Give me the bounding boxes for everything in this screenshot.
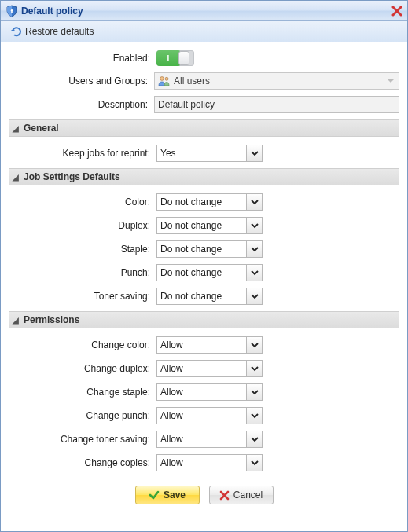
- punch-value: Do not change: [160, 267, 222, 278]
- duplex-label: Duplex:: [9, 220, 156, 231]
- close-icon[interactable]: [391, 6, 402, 17]
- row-color: Color: Do not change: [9, 193, 399, 211]
- color-select[interactable]: Do not change: [156, 193, 263, 211]
- change-duplex-label: Change duplex:: [9, 363, 156, 374]
- section-permissions-header[interactable]: ◢ Permissions: [9, 311, 399, 328]
- chevron-down-icon: [246, 288, 262, 304]
- chevron-down-icon: [246, 241, 262, 257]
- section-job-defaults-header[interactable]: ◢ Job Settings Defaults: [9, 168, 399, 185]
- save-label: Save: [164, 490, 186, 501]
- change-duplex-select[interactable]: Allow: [156, 360, 263, 377]
- keep-jobs-value: Yes: [160, 148, 176, 159]
- chevron-down-icon: [246, 455, 262, 471]
- keep-jobs-label: Keep jobs for reprint:: [9, 148, 156, 159]
- x-icon: [219, 490, 230, 501]
- toggle-on-indicator: I: [156, 50, 180, 66]
- chevron-down-icon: [384, 75, 397, 87]
- row-change-toner: Change toner saving: Allow: [9, 431, 399, 448]
- row-change-duplex: Change duplex: Allow: [9, 360, 399, 377]
- restore-defaults-label: Restore defaults: [25, 26, 94, 37]
- change-toner-select[interactable]: Allow: [156, 431, 263, 448]
- toner-select[interactable]: Do not change: [156, 288, 263, 305]
- restore-defaults-icon: [9, 25, 22, 38]
- svg-point-2: [160, 77, 164, 81]
- row-change-punch: Change punch: Allow: [9, 407, 399, 424]
- change-punch-select[interactable]: Allow: [156, 407, 263, 424]
- users-icon: [158, 75, 171, 86]
- row-users-groups: Users and Groups: All users: [9, 72, 399, 90]
- form-area: Enabled: I Users and Groups: All: [1, 42, 407, 511]
- description-value: Default policy: [158, 99, 215, 110]
- staple-label: Staple:: [9, 244, 156, 255]
- staple-select[interactable]: Do not change: [156, 240, 263, 258]
- chevron-down-icon: [246, 145, 262, 161]
- chevron-down-icon: [246, 384, 262, 400]
- color-value: Do not change: [160, 196, 222, 207]
- change-staple-value: Allow: [160, 387, 183, 398]
- keep-jobs-select[interactable]: Yes: [156, 145, 263, 162]
- enabled-label: Enabled:: [9, 53, 156, 64]
- users-groups-field[interactable]: All users: [154, 72, 399, 90]
- row-change-staple: Change staple: Allow: [9, 383, 399, 401]
- row-duplex: Duplex: Do not change: [9, 217, 399, 234]
- svg-point-3: [165, 77, 168, 80]
- description-label: Description:: [9, 99, 154, 110]
- change-staple-select[interactable]: Allow: [156, 383, 263, 401]
- save-button[interactable]: Save: [135, 486, 200, 504]
- change-toner-value: Allow: [160, 434, 183, 445]
- users-groups-value: All users: [174, 75, 210, 86]
- staple-value: Do not change: [160, 244, 222, 255]
- change-toner-label: Change toner saving:: [9, 434, 156, 445]
- row-keep-jobs: Keep jobs for reprint: Yes: [9, 145, 399, 162]
- color-label: Color:: [9, 196, 156, 207]
- button-bar: Save Cancel: [9, 478, 399, 504]
- change-copies-value: Allow: [160, 457, 183, 468]
- change-staple-label: Change staple:: [9, 387, 156, 398]
- punch-select[interactable]: Do not change: [156, 264, 263, 281]
- section-general-header[interactable]: ◢ General: [9, 119, 399, 137]
- titlebar: Default policy: [1, 1, 407, 21]
- chevron-down-icon: [246, 194, 262, 210]
- section-job-defaults-title: Job Settings Defaults: [24, 171, 120, 182]
- chevron-down-icon: [246, 361, 262, 376]
- row-toner: Toner saving: Do not change: [9, 288, 399, 305]
- change-punch-label: Change punch:: [9, 410, 156, 421]
- row-description: Description: Default policy: [9, 96, 399, 113]
- toggle-knob: [178, 51, 189, 65]
- restore-defaults-button[interactable]: Restore defaults: [6, 23, 97, 40]
- change-punch-value: Allow: [160, 410, 183, 421]
- change-color-label: Change color:: [9, 339, 156, 350]
- change-color-value: Allow: [160, 339, 183, 350]
- toner-label: Toner saving:: [9, 291, 156, 302]
- collapse-icon: ◢: [13, 124, 19, 133]
- shield-icon: [6, 5, 18, 17]
- users-groups-label: Users and Groups:: [9, 75, 154, 86]
- row-enabled: Enabled: I: [9, 50, 399, 66]
- enabled-toggle[interactable]: I: [156, 50, 194, 66]
- change-duplex-value: Allow: [160, 363, 183, 374]
- check-icon: [149, 490, 160, 501]
- punch-label: Punch:: [9, 267, 156, 278]
- chevron-down-icon: [246, 408, 262, 424]
- cancel-button[interactable]: Cancel: [209, 486, 274, 504]
- duplex-select[interactable]: Do not change: [156, 217, 263, 234]
- row-punch: Punch: Do not change: [9, 264, 399, 281]
- row-staple: Staple: Do not change: [9, 240, 399, 258]
- toner-value: Do not change: [160, 291, 222, 302]
- section-permissions-title: Permissions: [24, 314, 79, 325]
- row-change-color: Change color: Allow: [9, 336, 399, 354]
- change-copies-label: Change copies:: [9, 457, 156, 468]
- section-general-title: General: [24, 123, 59, 134]
- chevron-down-icon: [246, 431, 262, 447]
- change-color-select[interactable]: Allow: [156, 336, 263, 354]
- chevron-down-icon: [246, 265, 262, 281]
- chevron-down-icon: [246, 218, 262, 233]
- duplex-value: Do not change: [160, 220, 222, 231]
- window-title: Default policy: [21, 6, 83, 17]
- cancel-label: Cancel: [233, 490, 263, 501]
- toolbar: Restore defaults: [1, 21, 407, 42]
- description-field[interactable]: Default policy: [154, 96, 399, 113]
- row-change-copies: Change copies: Allow: [9, 454, 399, 471]
- change-copies-select[interactable]: Allow: [156, 454, 263, 471]
- chevron-down-icon: [246, 337, 262, 353]
